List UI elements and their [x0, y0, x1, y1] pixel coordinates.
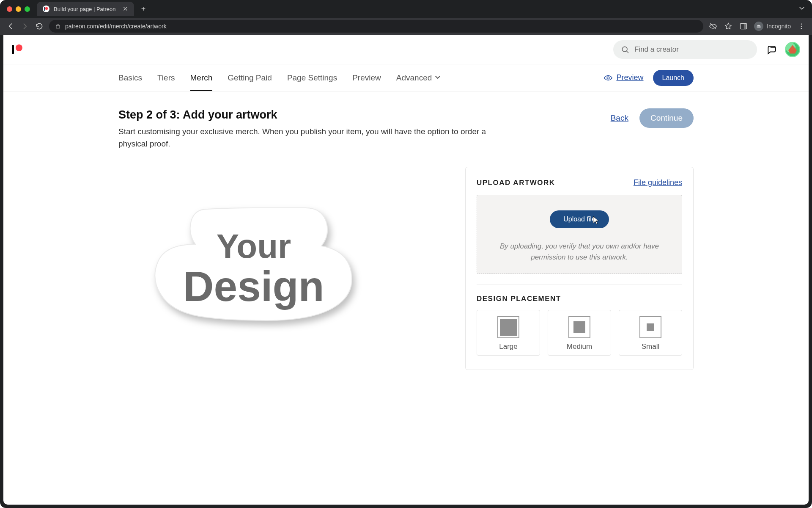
- svg-point-6: [801, 23, 802, 25]
- svg-rect-3: [744, 23, 747, 29]
- preview-text-line1: Your: [217, 229, 291, 263]
- messages-icon[interactable]: [766, 44, 777, 55]
- launch-button[interactable]: Launch: [653, 70, 694, 86]
- back-link[interactable]: Back: [611, 113, 628, 123]
- svg-point-8: [801, 28, 802, 29]
- artwork-side-card: UPLOAD ARTWORK File guidelines Upload fi…: [465, 167, 694, 370]
- tab-merch[interactable]: Merch: [190, 64, 213, 91]
- tab-basics[interactable]: Basics: [118, 64, 142, 91]
- patreon-favicon: [43, 6, 49, 12]
- svg-point-0: [45, 7, 48, 10]
- placement-option-medium[interactable]: Medium: [548, 310, 611, 356]
- preview-link-label: Preview: [616, 73, 643, 82]
- placement-label-small: Small: [642, 342, 660, 351]
- placement-label-large: Large: [499, 342, 517, 351]
- incognito-label: Incognito: [767, 23, 791, 30]
- tab-preview[interactable]: Preview: [352, 64, 381, 91]
- window-controls: [7, 6, 30, 12]
- tab-tiers[interactable]: Tiers: [157, 64, 175, 91]
- eye-icon: [604, 73, 613, 83]
- address-bar[interactable]: patreon.com/edit/merch/create/artwork: [49, 20, 703, 33]
- upload-disclaimer: By uploading, you verify that you own an…: [486, 241, 673, 262]
- app-header: Find a creator: [3, 35, 809, 64]
- panel-icon[interactable]: [739, 22, 748, 31]
- editor-subnav: Basics Tiers Merch Getting Paid Page Set…: [3, 64, 809, 91]
- continue-button[interactable]: Continue: [639, 108, 694, 128]
- tab-page-settings[interactable]: Page Settings: [287, 64, 337, 91]
- svg-point-10: [607, 77, 610, 79]
- tabs-dropdown-icon[interactable]: [798, 5, 805, 13]
- forward-icon[interactable]: [20, 22, 30, 31]
- star-icon[interactable]: [724, 22, 733, 31]
- preview-link[interactable]: Preview: [604, 73, 643, 83]
- placement-thumb-medium: [568, 316, 590, 338]
- tab-getting-paid[interactable]: Getting Paid: [228, 64, 272, 91]
- close-tab-icon[interactable]: ✕: [123, 5, 128, 13]
- patreon-logo[interactable]: [12, 45, 22, 54]
- logo-dot: [16, 44, 22, 51]
- browser-tab[interactable]: Build your page | Patreon ✕: [37, 2, 134, 16]
- placement-label-medium: Medium: [567, 342, 592, 351]
- placement-thumb-large: [497, 316, 519, 338]
- reload-icon[interactable]: [35, 22, 44, 31]
- new-tab-button[interactable]: +: [137, 3, 149, 15]
- maximize-window-button[interactable]: [25, 6, 30, 12]
- upload-file-button[interactable]: Upload file: [550, 210, 609, 228]
- window-titlebar: Build your page | Patreon ✕ +: [0, 0, 812, 18]
- svg-point-5: [759, 26, 761, 28]
- back-icon[interactable]: [6, 22, 15, 31]
- kebab-menu-icon[interactable]: [797, 22, 806, 31]
- placement-option-small[interactable]: Small: [619, 310, 682, 356]
- file-guidelines-link[interactable]: File guidelines: [634, 178, 682, 187]
- divider: [477, 284, 682, 284]
- browser-tab-title: Build your page | Patreon: [54, 6, 115, 12]
- search-placeholder: Find a creator: [634, 45, 679, 54]
- search-input[interactable]: Find a creator: [613, 40, 757, 59]
- upload-section-title: UPLOAD ARTWORK: [477, 179, 555, 187]
- chevron-down-icon: [434, 73, 441, 83]
- svg-point-7: [801, 26, 802, 27]
- eye-off-icon[interactable]: [708, 22, 718, 31]
- step-description: Start customising your exclusive merch. …: [118, 126, 491, 150]
- placement-thumb-small: [639, 316, 661, 338]
- incognito-indicator[interactable]: Incognito: [754, 22, 791, 31]
- merch-preview: Your Design: [118, 167, 448, 370]
- avatar[interactable]: [785, 42, 800, 57]
- logo-bar: [12, 45, 14, 54]
- tab-advanced[interactable]: Advanced: [396, 64, 442, 91]
- step-title: Step 2 of 3: Add your artwork: [118, 108, 491, 121]
- preview-text-line2: Design: [183, 265, 324, 307]
- svg-rect-1: [44, 7, 45, 11]
- close-window-button[interactable]: [7, 6, 12, 12]
- search-icon: [621, 45, 629, 54]
- upload-dropzone[interactable]: Upload file By uploading, you verify tha…: [477, 195, 682, 274]
- placement-section-title: DESIGN PLACEMENT: [477, 295, 682, 303]
- address-bar-url: patreon.com/edit/merch/create/artwork: [65, 23, 167, 30]
- browser-toolbar: patreon.com/edit/merch/create/artwork In…: [0, 18, 812, 35]
- svg-point-4: [757, 26, 759, 28]
- incognito-icon: [754, 22, 763, 31]
- placement-option-large[interactable]: Large: [477, 310, 540, 356]
- lock-icon: [55, 23, 61, 29]
- minimize-window-button[interactable]: [16, 6, 21, 12]
